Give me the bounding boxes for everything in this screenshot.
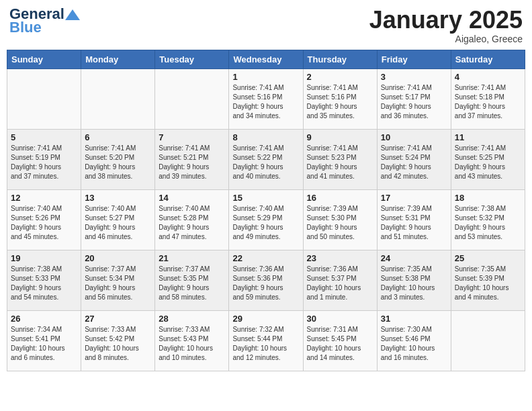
svg-marker-0 <box>65 9 80 20</box>
day-info: Sunrise: 7:41 AM Sunset: 5:24 PM Dayligh… <box>381 144 447 181</box>
day-cell-26: 26Sunrise: 7:34 AM Sunset: 5:41 PM Dayli… <box>7 310 81 371</box>
day-info: Sunrise: 7:41 AM Sunset: 5:17 PM Dayligh… <box>381 83 447 121</box>
day-number: 7 <box>159 132 225 142</box>
day-cell-14: 14Sunrise: 7:40 AM Sunset: 5:28 PM Dayli… <box>155 189 229 250</box>
weekday-header-friday: Friday <box>377 50 451 68</box>
logo-blue: Blue <box>9 20 42 35</box>
location: Aigaleo, Greece <box>369 34 523 44</box>
week-row-5: 26Sunrise: 7:34 AM Sunset: 5:41 PM Dayli… <box>7 310 525 371</box>
week-row-2: 5Sunrise: 7:41 AM Sunset: 5:19 PM Daylig… <box>7 129 525 189</box>
day-number: 3 <box>381 72 447 82</box>
weekday-header-wednesday: Wednesday <box>229 50 303 68</box>
day-number: 13 <box>85 193 151 203</box>
day-info: Sunrise: 7:39 AM Sunset: 5:31 PM Dayligh… <box>381 204 447 242</box>
day-number: 30 <box>307 314 373 324</box>
day-cell-29: 29Sunrise: 7:32 AM Sunset: 5:44 PM Dayli… <box>229 310 303 371</box>
day-info: Sunrise: 7:41 AM Sunset: 5:20 PM Dayligh… <box>85 144 151 181</box>
day-info: Sunrise: 7:38 AM Sunset: 5:33 PM Dayligh… <box>11 265 77 302</box>
day-number: 25 <box>455 253 521 263</box>
day-number: 31 <box>381 314 447 324</box>
day-number: 6 <box>85 132 151 142</box>
day-cell-17: 17Sunrise: 7:39 AM Sunset: 5:31 PM Dayli… <box>377 189 451 250</box>
day-cell-30: 30Sunrise: 7:31 AM Sunset: 5:45 PM Dayli… <box>303 310 377 371</box>
day-cell-11: 11Sunrise: 7:41 AM Sunset: 5:25 PM Dayli… <box>451 129 525 189</box>
day-number: 1 <box>232 72 299 82</box>
day-cell-12: 12Sunrise: 7:40 AM Sunset: 5:26 PM Dayli… <box>7 189 81 250</box>
calendar-table: SundayMondayTuesdayWednesdayThursdayFrid… <box>7 50 525 371</box>
day-number: 2 <box>307 72 373 82</box>
day-cell-6: 6Sunrise: 7:41 AM Sunset: 5:20 PM Daylig… <box>81 129 155 189</box>
empty-cell <box>7 68 81 129</box>
day-number: 16 <box>307 193 373 203</box>
day-cell-19: 19Sunrise: 7:38 AM Sunset: 5:33 PM Dayli… <box>7 250 81 310</box>
day-info: Sunrise: 7:40 AM Sunset: 5:29 PM Dayligh… <box>232 204 299 242</box>
day-number: 22 <box>232 253 299 263</box>
day-number: 14 <box>159 193 225 203</box>
week-row-4: 19Sunrise: 7:38 AM Sunset: 5:33 PM Dayli… <box>7 250 525 310</box>
day-cell-23: 23Sunrise: 7:36 AM Sunset: 5:37 PM Dayli… <box>303 250 377 310</box>
day-number: 5 <box>11 132 77 142</box>
day-number: 9 <box>307 132 373 142</box>
weekday-header-tuesday: Tuesday <box>155 50 229 68</box>
day-cell-16: 16Sunrise: 7:39 AM Sunset: 5:30 PM Dayli… <box>303 189 377 250</box>
empty-cell <box>451 310 525 371</box>
weekday-header-row: SundayMondayTuesdayWednesdayThursdayFrid… <box>7 50 525 68</box>
day-number: 18 <box>455 193 521 203</box>
day-number: 26 <box>11 314 77 324</box>
day-cell-28: 28Sunrise: 7:33 AM Sunset: 5:43 PM Dayli… <box>155 310 229 371</box>
day-info: Sunrise: 7:32 AM Sunset: 5:44 PM Dayligh… <box>232 325 299 363</box>
day-info: Sunrise: 7:35 AM Sunset: 5:39 PM Dayligh… <box>455 265 521 302</box>
day-cell-25: 25Sunrise: 7:35 AM Sunset: 5:39 PM Dayli… <box>451 250 525 310</box>
day-info: Sunrise: 7:30 AM Sunset: 5:46 PM Dayligh… <box>381 325 447 363</box>
empty-cell <box>81 68 155 129</box>
day-info: Sunrise: 7:41 AM Sunset: 5:21 PM Dayligh… <box>159 144 225 181</box>
day-cell-13: 13Sunrise: 7:40 AM Sunset: 5:27 PM Dayli… <box>81 189 155 250</box>
day-cell-1: 1Sunrise: 7:41 AM Sunset: 5:16 PM Daylig… <box>229 68 303 129</box>
day-number: 28 <box>159 314 225 324</box>
day-cell-27: 27Sunrise: 7:33 AM Sunset: 5:42 PM Dayli… <box>81 310 155 371</box>
day-info: Sunrise: 7:40 AM Sunset: 5:28 PM Dayligh… <box>159 204 225 242</box>
day-info: Sunrise: 7:41 AM Sunset: 5:19 PM Dayligh… <box>11 144 77 181</box>
day-info: Sunrise: 7:41 AM Sunset: 5:23 PM Dayligh… <box>307 144 373 181</box>
logo: General Blue <box>9 7 81 35</box>
day-info: Sunrise: 7:40 AM Sunset: 5:26 PM Dayligh… <box>11 204 77 242</box>
day-info: Sunrise: 7:33 AM Sunset: 5:42 PM Dayligh… <box>85 325 151 363</box>
day-number: 4 <box>455 72 521 82</box>
weekday-header-sunday: Sunday <box>7 50 81 68</box>
day-number: 10 <box>381 132 447 142</box>
day-info: Sunrise: 7:33 AM Sunset: 5:43 PM Dayligh… <box>159 325 225 363</box>
day-number: 15 <box>232 193 299 203</box>
day-info: Sunrise: 7:36 AM Sunset: 5:36 PM Dayligh… <box>232 265 299 302</box>
day-number: 12 <box>11 193 77 203</box>
day-cell-4: 4Sunrise: 7:41 AM Sunset: 5:18 PM Daylig… <box>451 68 525 129</box>
day-info: Sunrise: 7:31 AM Sunset: 5:45 PM Dayligh… <box>307 325 373 363</box>
day-number: 21 <box>159 253 225 263</box>
day-number: 24 <box>381 253 447 263</box>
title-area: January 2025 Aigaleo, Greece <box>369 7 523 44</box>
weekday-header-saturday: Saturday <box>451 50 525 68</box>
day-cell-10: 10Sunrise: 7:41 AM Sunset: 5:24 PM Dayli… <box>377 129 451 189</box>
day-cell-3: 3Sunrise: 7:41 AM Sunset: 5:17 PM Daylig… <box>377 68 451 129</box>
day-cell-9: 9Sunrise: 7:41 AM Sunset: 5:23 PM Daylig… <box>303 129 377 189</box>
day-cell-24: 24Sunrise: 7:35 AM Sunset: 5:38 PM Dayli… <box>377 250 451 310</box>
day-info: Sunrise: 7:41 AM Sunset: 5:18 PM Dayligh… <box>455 83 521 121</box>
day-cell-8: 8Sunrise: 7:41 AM Sunset: 5:22 PM Daylig… <box>229 129 303 189</box>
day-info: Sunrise: 7:37 AM Sunset: 5:35 PM Dayligh… <box>159 265 225 302</box>
day-cell-18: 18Sunrise: 7:38 AM Sunset: 5:32 PM Dayli… <box>451 189 525 250</box>
day-info: Sunrise: 7:40 AM Sunset: 5:27 PM Dayligh… <box>85 204 151 242</box>
day-cell-22: 22Sunrise: 7:36 AM Sunset: 5:36 PM Dayli… <box>229 250 303 310</box>
week-row-1: 1Sunrise: 7:41 AM Sunset: 5:16 PM Daylig… <box>7 68 525 129</box>
day-cell-5: 5Sunrise: 7:41 AM Sunset: 5:19 PM Daylig… <box>7 129 81 189</box>
day-number: 20 <box>85 253 151 263</box>
day-info: Sunrise: 7:35 AM Sunset: 5:38 PM Dayligh… <box>381 265 447 302</box>
day-cell-15: 15Sunrise: 7:40 AM Sunset: 5:29 PM Dayli… <box>229 189 303 250</box>
weekday-header-thursday: Thursday <box>303 50 377 68</box>
weekday-header-monday: Monday <box>81 50 155 68</box>
day-info: Sunrise: 7:38 AM Sunset: 5:32 PM Dayligh… <box>455 204 521 242</box>
day-cell-2: 2Sunrise: 7:41 AM Sunset: 5:16 PM Daylig… <box>303 68 377 129</box>
day-info: Sunrise: 7:39 AM Sunset: 5:30 PM Dayligh… <box>307 204 373 242</box>
day-info: Sunrise: 7:41 AM Sunset: 5:25 PM Dayligh… <box>455 144 521 181</box>
day-info: Sunrise: 7:34 AM Sunset: 5:41 PM Dayligh… <box>11 325 77 363</box>
day-cell-21: 21Sunrise: 7:37 AM Sunset: 5:35 PM Dayli… <box>155 250 229 310</box>
day-number: 29 <box>232 314 299 324</box>
